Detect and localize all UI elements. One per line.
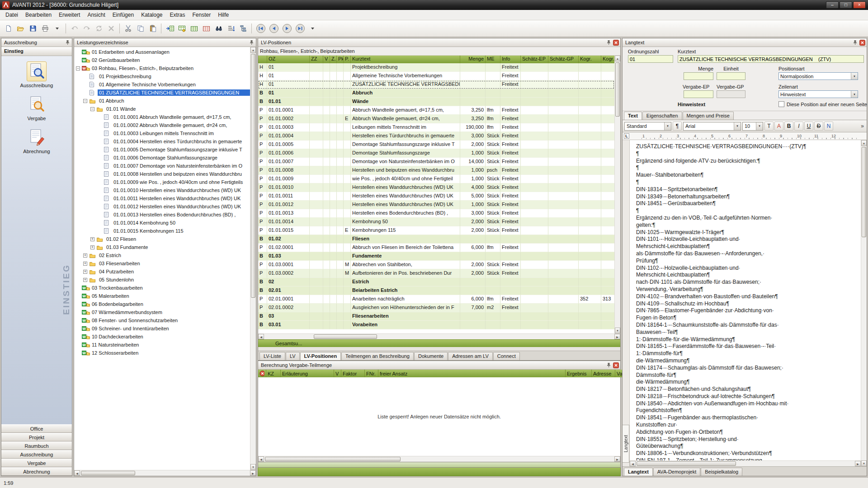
module-button-raumbuch[interactable]: Raumbuch	[1, 441, 72, 450]
position-row[interactable]: P02.01.0001Anarbeiten nachträglich6,000l…	[258, 295, 614, 304]
tab-lv-liste[interactable]: LV-Liste	[259, 352, 285, 360]
close-icon[interactable]	[613, 40, 619, 46]
close-icon[interactable]	[859, 40, 865, 46]
tab-mengen-und-preise[interactable]: Mengen und Preise	[683, 112, 734, 120]
chevron-down-icon[interactable]	[756, 122, 763, 130]
underline-button[interactable]: U	[804, 122, 813, 131]
maximize-button[interactable]: □	[840, 1, 852, 9]
position-row[interactable]: P01.01.0007Demontage von Natursteinfenst…	[258, 158, 614, 166]
tab-lv[interactable]: LV	[286, 352, 300, 360]
scroll-up-icon[interactable]	[615, 56, 620, 61]
position-row[interactable]: P01.01.0012Herstellen eines Wanddurchbru…	[258, 201, 614, 209]
search-button[interactable]	[213, 23, 224, 34]
column-header-kogr[interactable]: Kogr.	[579, 56, 601, 63]
new-document-button[interactable]	[3, 23, 14, 34]
position-row[interactable]: P01.01.0015EKernbohrungen 1152,000StückF…	[258, 226, 614, 235]
tree-item[interactable]: 01.01.0013 Herstellen eines Bodendurchbr…	[74, 211, 250, 219]
italic-button[interactable]: I	[794, 122, 803, 131]
tree-item[interactable]: +02 Estrich	[74, 251, 250, 259]
menu-extras[interactable]: Extras	[166, 10, 189, 19]
chevron-down-icon[interactable]	[851, 91, 858, 98]
position-row[interactable]: B01.02Fliesen	[258, 235, 614, 244]
position-row[interactable]: H01ProjektbeschreibungFreitext	[258, 63, 614, 72]
scroll-down-icon[interactable]	[861, 460, 867, 466]
column-header-info[interactable]: Info	[500, 56, 521, 63]
scroll-right-icon[interactable]	[614, 334, 620, 339]
tree-item[interactable]: 01.01.0008 Herstellen und beiputzen eine…	[74, 170, 250, 178]
delete-row-icon[interactable]	[258, 370, 266, 377]
sidebar-section-header[interactable]: Einstieg	[1, 47, 72, 56]
column-header-erläuterung[interactable]: Erläuterung	[281, 370, 334, 377]
scroll-thumb[interactable]	[637, 461, 736, 466]
editor-vertical-scrollbar[interactable]	[861, 140, 867, 466]
column-header-me[interactable]: ME	[486, 56, 500, 63]
save-button[interactable]	[27, 23, 38, 34]
tab-dokumente[interactable]: Dokumente	[414, 352, 448, 360]
tree-item[interactable]: 01.01.0011 Herstellen eines Wanddurchbru…	[74, 194, 250, 202]
editor-content[interactable]: ZUSÄTZLICHE·TECHNISCHE·VERTRAGSBEDINGUNG…	[630, 140, 861, 460]
tree-item[interactable]: W07 Wärmedämmverbundsystem	[74, 308, 250, 316]
tree-item[interactable]: 01 ZUSÄTZLICHE TECHNISCHE VERTRAGSBEDING…	[74, 89, 250, 97]
position-row[interactable]: P01.02.0001Abbruch von Fliesen im Bereic…	[258, 244, 614, 252]
position-row[interactable]: P02.01.0002Ausgleichen von Höhenuntersch…	[258, 304, 614, 312]
scroll-thumb[interactable]	[251, 54, 255, 298]
tree-item[interactable]: 01 Projektbeschreibung	[74, 72, 250, 80]
module-button-ausschreibung[interactable]: Ausschreibung	[1, 450, 72, 459]
column-header-ergebnis[interactable]: Ergebnis	[566, 370, 592, 377]
berechnung-horizontal-scrollbar[interactable]	[258, 456, 620, 462]
tree-item[interactable]: 01.01.0004 Herstellen eines Türdurchbruc…	[74, 137, 250, 145]
tree-item[interactable]: 01.01.0002 Abbruch Wandteile gemauert, d…	[74, 121, 250, 129]
tree-horizontal-scrollbar[interactable]	[74, 470, 256, 476]
nav-dropdown[interactable]	[307, 23, 318, 34]
tree-expand-icon[interactable]: +	[83, 278, 87, 282]
module-button-projekt[interactable]: Projekt	[1, 433, 72, 441]
menu-bearbeiten[interactable]: Bearbeiten	[22, 10, 55, 19]
tree-item[interactable]: W12 Schlosserarbeiten	[74, 349, 250, 357]
position-row[interactable]: B01Abbruch	[258, 89, 614, 98]
pin-icon[interactable]	[249, 40, 255, 46]
tree-collapse-icon[interactable]: −	[76, 66, 80, 70]
tab-ava-demoprojekt[interactable]: AVA-Demoprojekt	[653, 468, 700, 476]
position-row[interactable]: H01Allgemeine Technische VorbemerkungenF…	[258, 72, 614, 80]
position-row[interactable]: P01.01.0011Herstellen eines Wanddurchbru…	[258, 192, 614, 201]
vergabe-gp-field[interactable]	[717, 90, 745, 98]
open-button[interactable]	[15, 23, 26, 34]
column-header-kurztext[interactable]: Kurztext	[351, 56, 460, 63]
table-key-button[interactable]	[176, 23, 188, 34]
bold-button[interactable]: B	[784, 122, 793, 131]
tab-connect[interactable]: Connect	[493, 352, 520, 360]
menu-erweitert[interactable]: Erweitert	[55, 10, 84, 19]
tab-adressen-am-lv[interactable]: Adressen am LV	[448, 352, 493, 360]
positions-vertical-scrollbar[interactable]	[614, 56, 620, 333]
scroll-right-icon[interactable]	[614, 456, 620, 462]
tree-collapse-icon[interactable]: −	[83, 99, 87, 103]
tree-expand-icon[interactable]: +	[83, 270, 87, 274]
scroll-left-icon[interactable]	[258, 334, 264, 339]
strikethrough-button[interactable]: Đ	[814, 122, 823, 131]
tree-vertical-scrollbar[interactable]	[250, 47, 256, 470]
tree-item[interactable]: W11 Natursteinarbeiten	[74, 341, 250, 349]
scroll-right-icon[interactable]	[855, 461, 861, 466]
tree-item[interactable]: +03 Fliesenarbeiten	[74, 259, 250, 267]
chevron-down-icon[interactable]	[664, 122, 671, 130]
scroll-thumb[interactable]	[265, 457, 401, 461]
tree-item[interactable]: W01 Erdarbeiten und Aussenanlagen	[74, 48, 250, 56]
close-icon[interactable]	[613, 362, 619, 368]
scroll-thumb[interactable]	[314, 334, 377, 339]
tab-beispielkatalog[interactable]: Beispielkatalog	[701, 468, 742, 476]
tree-item[interactable]: 01.01.0001 Abbruch Wandteile gemauert, d…	[74, 113, 250, 121]
scroll-down-icon[interactable]	[250, 464, 256, 470]
tree-item[interactable]: −01.01 Wände	[74, 105, 250, 113]
position-row[interactable]: H01ZUSÄTZLICHE TECHNISCHE VERTRAGSBEDING…	[258, 80, 614, 89]
tree-item[interactable]: 01.01.0012 Herstellen eines Wanddurchbru…	[74, 202, 250, 211]
position-row[interactable]: P01.01.0013Herstellen eines Bodendurchbr…	[258, 209, 614, 218]
font-color-button[interactable]: A	[774, 122, 783, 131]
tree-item[interactable]: 01.01.0014 Kernbohrung 50	[74, 219, 250, 227]
toolbar-overflow-icon[interactable]: »	[861, 123, 865, 129]
position-row[interactable]: P01.01.0004Herstellen eines Türdurchbruc…	[258, 132, 614, 141]
position-row[interactable]: P01.01.0008Herstellen und beiputzen eine…	[258, 166, 614, 175]
font-size-select[interactable]: 10	[742, 122, 763, 131]
column-header-oz[interactable]: OZ	[267, 56, 310, 63]
tree-item[interactable]: +04 Putzarbeiten	[74, 267, 250, 276]
position-row[interactable]: P01.01.0003Leibungen mittels Trennschnit…	[258, 123, 614, 132]
